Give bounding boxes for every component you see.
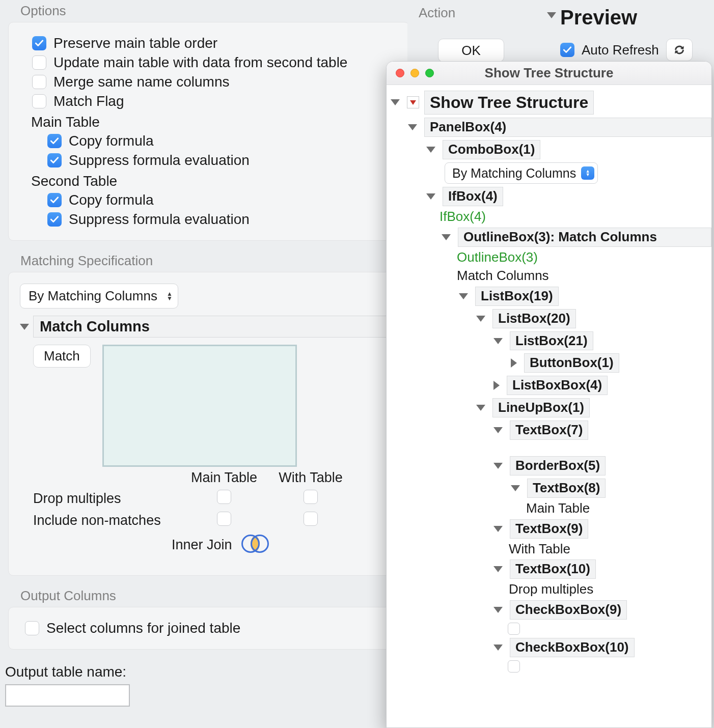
checkbox-icon[interactable]	[47, 212, 62, 227]
match-mode-select[interactable]: By Matching Columns ▲▼	[20, 284, 178, 309]
ok-button[interactable]: OK	[438, 39, 504, 62]
node-lineupbox1[interactable]: LineUpBox(1)	[492, 398, 590, 417]
second-table-subhead: Second Table	[20, 170, 398, 190]
output-panel: Select columns for joined table	[8, 607, 409, 650]
node-panelbox[interactable]: PanelBox(4)	[424, 118, 711, 137]
opt-label: Copy formula	[69, 190, 154, 210]
join-type-label: Inner Join	[172, 537, 232, 553]
disclosure-icon[interactable]	[408, 124, 417, 130]
row-drop-multiples: Drop multiples	[33, 491, 181, 507]
tree-body[interactable]: Show Tree Structure PanelBox(4) ComboBox…	[387, 85, 711, 727]
col-header-with: With Table	[267, 470, 354, 486]
disclosure-icon[interactable]	[476, 405, 485, 411]
updown-icon: ▲▼	[167, 292, 173, 301]
checkbox-icon[interactable]	[32, 55, 46, 70]
checkbox-icon[interactable]	[32, 36, 46, 50]
node-textbox8[interactable]: TextBox(8)	[527, 479, 606, 498]
disclosure-icon[interactable]	[493, 427, 503, 433]
node-listboxbox4[interactable]: ListBoxBox(4)	[507, 376, 608, 395]
node-textbox9[interactable]: TextBox(9)	[510, 519, 588, 539]
checkbox-icon[interactable]	[32, 75, 46, 89]
main-suppress-eval[interactable]: Suppress formula evaluation	[20, 151, 398, 170]
node-buttonbox1[interactable]: ButtonBox(1)	[524, 353, 619, 373]
chk-incl-main[interactable]	[217, 512, 231, 526]
match-columns-header[interactable]: Match Columns	[33, 316, 398, 338]
select-value: By Matching Columns	[29, 288, 157, 303]
disclosure-icon[interactable]	[493, 607, 503, 613]
opt-merge-cols[interactable]: Merge same name columns	[20, 72, 398, 92]
disclosure-icon[interactable]	[391, 99, 400, 105]
preview-disclosure-icon[interactable]	[547, 12, 556, 18]
match-button[interactable]: Match	[33, 345, 91, 368]
checkbox-icon[interactable]	[47, 134, 62, 148]
checkbox-icon[interactable]	[32, 94, 46, 108]
node-borderbox5[interactable]: BorderBox(5)	[510, 456, 606, 475]
chk-drop-with[interactable]	[304, 490, 318, 504]
disclosure-icon[interactable]	[493, 381, 500, 390]
disclosure-icon[interactable]	[442, 234, 451, 240]
disclosure-icon[interactable]	[459, 293, 468, 299]
disclosure-icon[interactable]	[493, 338, 503, 344]
left-dialog-area: Options Preserve main table order Update…	[0, 0, 418, 728]
tree-checkbox[interactable]	[508, 623, 520, 635]
checkbox-icon[interactable]	[47, 153, 62, 167]
updown-icon: ▲▼	[581, 166, 594, 180]
disclosure-icon[interactable]	[493, 463, 503, 469]
disclosure-icon[interactable]	[426, 147, 435, 153]
matching-panel: By Matching Columns ▲▼ Match Columns Mat…	[8, 272, 409, 576]
disclosure-icon[interactable]	[20, 324, 29, 330]
auto-refresh-checkbox[interactable]	[560, 43, 574, 57]
output-table-name-label: Output table name:	[0, 659, 418, 684]
node-checkboxbox10[interactable]: CheckBoxBox(10)	[510, 638, 635, 657]
node-ifbox-script[interactable]: IfBox(4)	[438, 209, 486, 225]
main-table-subhead: Main Table	[20, 111, 398, 131]
venn-icon	[241, 535, 270, 555]
opt-match-flag[interactable]: Match Flag	[20, 92, 398, 111]
row-include-nonmatch: Include non-matches	[33, 513, 181, 528]
chk-drop-main[interactable]	[217, 490, 231, 504]
titlebar[interactable]: Show Tree Structure	[387, 62, 711, 85]
text-maintable: Main Table	[525, 501, 590, 516]
opt-preserve-order[interactable]: Preserve main table order	[20, 34, 398, 53]
disclosure-icon[interactable]	[511, 485, 520, 491]
node-outlinebox-title: Match Columns	[456, 268, 549, 284]
opt-label: Suppress formula evaluation	[69, 151, 250, 170]
preview-title: Preview	[560, 6, 637, 29]
node-listbox20[interactable]: ListBox(20)	[492, 309, 576, 328]
combo-value: By Matching Columns	[452, 166, 576, 180]
main-copy-formula[interactable]: Copy formula	[20, 131, 398, 151]
node-checkboxbox9[interactable]: CheckBoxBox(9)	[510, 600, 627, 620]
hotspot-icon[interactable]	[407, 96, 419, 108]
checkbox-icon[interactable]	[47, 193, 62, 207]
node-textbox10[interactable]: TextBox(10)	[510, 559, 596, 579]
disclosure-icon[interactable]	[493, 645, 503, 651]
select-cols-option[interactable]: Select columns for joined table	[20, 619, 398, 638]
action-section-label: Action	[419, 5, 455, 21]
node-outlinebox[interactable]: OutlineBox(3): Match Columns	[458, 228, 711, 247]
node-listbox19[interactable]: ListBox(19)	[475, 287, 559, 306]
tree-checkbox[interactable]	[508, 660, 520, 673]
window-title: Show Tree Structure	[387, 65, 711, 81]
disclosure-icon[interactable]	[511, 358, 517, 368]
node-combobox[interactable]: ComboBox(1)	[443, 140, 540, 159]
disclosure-icon[interactable]	[476, 316, 485, 322]
second-suppress-eval[interactable]: Suppress formula evaluation	[20, 210, 398, 229]
node-listbox21[interactable]: ListBox(21)	[510, 331, 593, 351]
node-ifbox[interactable]: IfBox(4)	[443, 187, 503, 206]
output-table-name-input[interactable]	[5, 684, 130, 707]
disclosure-icon[interactable]	[493, 526, 503, 532]
node-outlinebox-script[interactable]: OutlineBox(3)	[456, 250, 538, 265]
chk-incl-with[interactable]	[304, 512, 318, 526]
checkbox-icon[interactable]	[25, 621, 39, 635]
output-section-label: Output Columns	[0, 585, 418, 607]
disclosure-icon[interactable]	[426, 193, 435, 200]
tree-root[interactable]: Show Tree Structure	[424, 91, 594, 115]
text-withtable: With Table	[508, 542, 570, 557]
opt-update-main[interactable]: Update main table with data from second …	[20, 53, 398, 72]
disclosure-icon[interactable]	[493, 566, 503, 572]
match-drop-area[interactable]	[102, 345, 297, 467]
node-textbox7[interactable]: TextBox(7)	[510, 421, 588, 440]
refresh-button[interactable]	[666, 39, 693, 61]
combo-value-select[interactable]: By Matching Columns ▲▼	[445, 162, 598, 184]
second-copy-formula[interactable]: Copy formula	[20, 190, 398, 210]
